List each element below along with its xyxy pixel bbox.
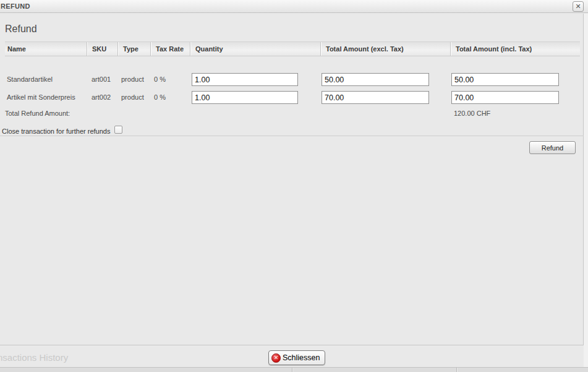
- column-header-tax-rate: Tax Rate: [150, 42, 190, 56]
- background-column-separator: [456, 368, 457, 372]
- dialog-title: REFUND: [1, 2, 30, 10]
- quantity-input[interactable]: [192, 91, 298, 104]
- background-page-title: nsactions History: [0, 352, 68, 363]
- refund-table-header: Name SKU Type Tax Rate Quantity Total Am…: [5, 41, 580, 56]
- item-type: product: [121, 72, 144, 86]
- refund-dialog-body: Refund Name SKU Type Tax Rate Quantity T…: [0, 14, 584, 345]
- background-page-gutter: [584, 14, 588, 372]
- column-header-type: Type: [117, 42, 150, 56]
- refund-button[interactable]: Refund: [529, 141, 576, 154]
- background-table-header-strip: [0, 367, 588, 372]
- close-transaction-label: Close transaction for further refunds: [2, 128, 110, 135]
- total-refund-label: Total Refund Amount:: [5, 108, 70, 118]
- total-excl-tax-input[interactable]: [322, 91, 429, 104]
- dialog-titlebar: REFUND ✕: [0, 0, 588, 13]
- section-divider: [0, 136, 584, 136]
- column-header-sku: SKU: [87, 42, 117, 56]
- background-column-separator: [292, 368, 292, 372]
- total-incl-tax-input[interactable]: [451, 73, 559, 86]
- column-header-total-excl-tax: Total Amount (excl. Tax): [320, 42, 450, 56]
- refund-lightbox: REFUND ✕ Refund Name SKU Type Tax Rate Q…: [0, 0, 588, 372]
- schliessen-button-label: Schliessen: [283, 353, 320, 362]
- close-circle-icon: ✕: [271, 353, 281, 363]
- close-icon[interactable]: ✕: [573, 1, 584, 12]
- item-sku: art001: [92, 72, 111, 86]
- total-excl-tax-input[interactable]: [322, 73, 429, 86]
- column-header-quantity: Quantity: [190, 42, 320, 56]
- page-title: Refund: [5, 24, 37, 35]
- item-tax-rate: 0 %: [154, 72, 166, 86]
- item-type: product: [121, 90, 144, 104]
- item-name: Artikel mit Sonderpreis: [7, 90, 75, 104]
- total-incl-tax-input[interactable]: [451, 91, 559, 104]
- column-header-name: Name: [5, 42, 87, 56]
- column-header-total-incl-tax: Total Amount (incl. Tax): [450, 42, 580, 56]
- schliessen-button[interactable]: ✕ Schliessen: [268, 350, 325, 365]
- item-sku: art002: [92, 90, 111, 104]
- item-tax-rate: 0 %: [154, 90, 166, 104]
- close-transaction-checkbox[interactable]: [114, 126, 122, 134]
- quantity-input[interactable]: [192, 73, 298, 86]
- total-refund-value: 120.00 CHF: [454, 108, 490, 118]
- item-name: Standardartikel: [7, 72, 53, 86]
